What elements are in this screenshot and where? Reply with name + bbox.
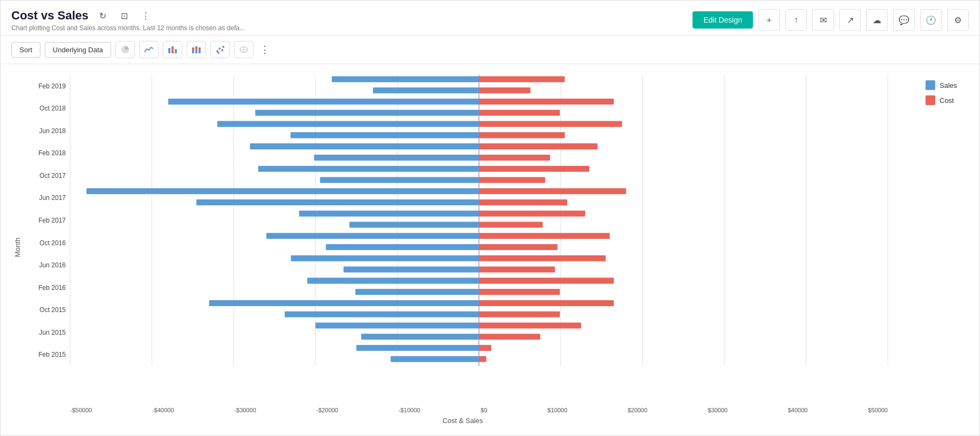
svg-text:Jun 2015: Jun 2015 [39,329,66,336]
pie-chart-button[interactable] [115,41,135,58]
svg-rect-38 [479,110,560,116]
refresh-button[interactable]: ↻ [95,8,110,23]
svg-rect-86 [361,334,479,340]
svg-rect-2 [175,49,177,53]
email-button[interactable]: ✉ [812,9,834,31]
svg-rect-51 [320,177,479,183]
svg-rect-92 [479,345,491,351]
svg-rect-81 [285,312,479,317]
svg-text:Feb 2018: Feb 2018 [38,149,66,157]
svg-rect-60 [299,211,479,217]
chart-more-button[interactable]: ⋮ [258,44,272,56]
save-button[interactable]: ⊡ [116,8,132,23]
svg-rect-41 [291,132,479,138]
svg-rect-78 [479,289,560,295]
svg-rect-91 [390,356,479,362]
cloud-button[interactable]: ☁ [866,9,888,31]
svg-rect-88 [479,334,540,340]
svg-text:Oct 2016: Oct 2016 [39,239,66,247]
svg-rect-73 [479,267,555,273]
svg-rect-0 [168,48,170,53]
chart-area: Month Feb 2019Oct 2018Jun 2018Feb 2018Oc… [1,64,979,435]
upload-button[interactable]: ↑ [785,9,807,31]
svg-rect-90 [357,345,479,351]
edit-design-button[interactable]: Edit Design [693,11,753,29]
svg-rect-63 [479,222,543,227]
svg-text:Oct 2015: Oct 2015 [39,306,66,314]
svg-rect-37 [479,99,614,105]
main-container: Cost vs Sales ↻ ⊡ ⋮ Chart plotting Cost … [0,0,980,436]
x-axis-tick: $0 [481,407,487,413]
svg-rect-48 [479,155,550,161]
scatter-chart-button[interactable] [210,41,230,58]
svg-rect-32 [479,76,565,82]
svg-rect-53 [479,177,545,183]
x-axis-tick: $50000 [868,407,888,413]
svg-rect-93 [479,356,486,362]
svg-rect-71 [344,267,479,273]
svg-rect-1 [172,46,174,53]
header: Cost vs Sales ↻ ⊡ ⋮ Chart plotting Cost … [1,1,979,36]
svg-text:Feb 2016: Feb 2016 [38,284,66,292]
header-right: Edit Design ＋ ↑ ✉ ↗ ☁ 💬 🕐 ⚙ [693,9,969,31]
header-title-area: Cost vs Sales ↻ ⊡ ⋮ [11,8,245,23]
svg-rect-72 [479,255,606,261]
svg-point-10 [218,47,221,50]
svg-rect-56 [196,199,479,205]
svg-rect-43 [479,132,565,138]
underlying-data-button[interactable]: Underlying Data [45,42,111,58]
svg-rect-85 [316,322,479,328]
svg-rect-31 [373,87,479,93]
svg-text:Jun 2018: Jun 2018 [39,127,66,135]
svg-rect-55 [86,188,479,194]
svg-rect-42 [479,121,622,127]
svg-rect-35 [168,99,479,105]
svg-text:Jun 2017: Jun 2017 [39,194,66,202]
svg-text:Feb 2019: Feb 2019 [38,82,66,90]
y-axis-label: Month [11,70,22,425]
sort-button[interactable]: Sort [11,42,40,58]
more-options-button[interactable]: ⋮ [138,8,153,23]
svg-rect-70 [291,255,479,261]
settings-button[interactable]: ⚙ [947,9,969,31]
svg-rect-82 [479,300,614,306]
comment-button[interactable]: 💬 [893,9,915,31]
schedule-button[interactable]: 🕐 [920,9,942,31]
stacked-bar-button[interactable] [187,41,206,58]
map-button[interactable] [234,41,253,58]
svg-rect-5 [195,49,197,53]
x-axis: -$50000-$40000-$30000-$20000-$10000$0$10… [22,405,904,413]
legend-item-sales: Sales [926,80,958,90]
svg-text:Jun 2016: Jun 2016 [39,261,66,269]
svg-text:Feb 2015: Feb 2015 [38,351,66,358]
chart-wrapper: Month Feb 2019Oct 2018Jun 2018Feb 2018Oc… [11,70,969,425]
svg-rect-87 [479,322,581,328]
x-axis-tick: $10000 [547,407,567,413]
svg-rect-4 [192,47,194,50]
header-left: Cost vs Sales ↻ ⊡ ⋮ Chart plotting Cost … [11,8,245,32]
legend-color-cost [926,95,935,105]
svg-rect-57 [479,188,626,194]
svg-rect-66 [326,244,479,250]
svg-text:Oct 2017: Oct 2017 [39,172,66,179]
legend-label-sales: Sales [940,81,957,89]
x-axis-tick: -$10000 [399,407,420,413]
bar-chart-button[interactable] [163,41,182,58]
line-chart-button[interactable] [139,41,159,58]
x-axis-tick: $20000 [628,407,648,413]
share-button[interactable]: ↗ [839,9,861,31]
svg-text:Oct 2018: Oct 2018 [39,105,66,112]
x-axis-tick: $40000 [788,407,808,413]
add-button[interactable]: ＋ [758,9,780,31]
svg-rect-30 [332,76,479,82]
svg-point-13 [217,52,220,54]
svg-rect-52 [479,166,590,172]
legend-color-sales [926,80,935,90]
svg-rect-80 [209,300,479,306]
svg-rect-6 [195,46,197,49]
svg-rect-3 [192,50,194,53]
svg-rect-8 [198,47,201,50]
page-title: Cost vs Sales [11,9,88,23]
svg-rect-40 [217,121,479,127]
legend: Sales Cost [904,70,969,425]
